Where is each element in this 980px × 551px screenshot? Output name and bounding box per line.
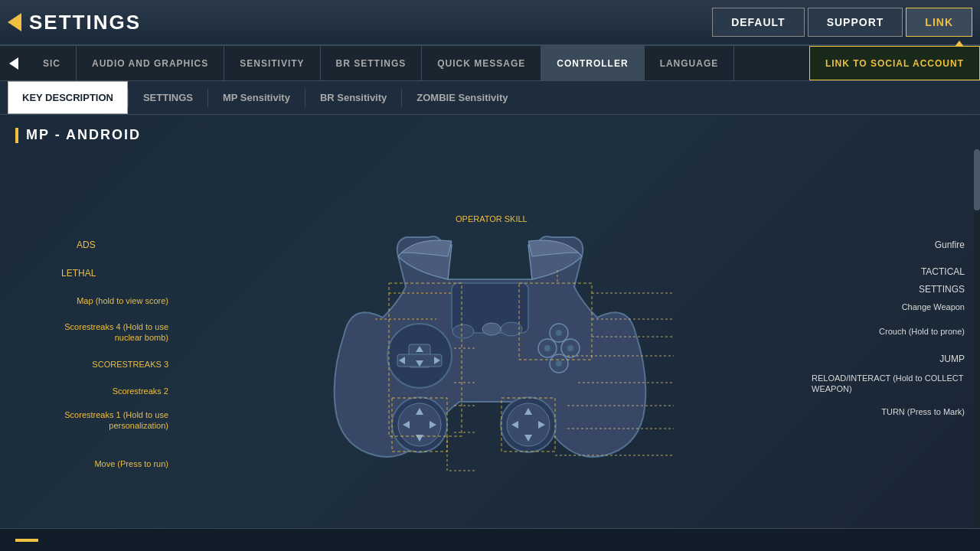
- nav-tabs: SIC AUDIO AND GRAPHICS SENSITIVITY BR SE…: [0, 46, 980, 81]
- main-content: MP - ANDROID ADS LETHAL Map (hold to vie…: [0, 115, 980, 551]
- sub-tab-key-description[interactable]: KEY DESCRIPTION: [8, 81, 128, 114]
- nav-tab-controller[interactable]: CONTROLLER: [541, 46, 644, 80]
- support-button[interactable]: SUPPORT: [808, 8, 903, 37]
- svg-point-28: [544, 345, 550, 351]
- diagram-area: ADS LETHAL Map (hold to view score) Scor…: [0, 149, 980, 540]
- label-scorestreaks3: SCORESTREAKS 3: [15, 360, 168, 369]
- sub-tab-zombie-sensitivity[interactable]: ZOMBIE Sensitivity: [402, 81, 522, 114]
- nav-tab-language[interactable]: LANGUAGE: [645, 46, 735, 80]
- section-title-bar: [15, 128, 18, 143]
- nav-tab-sensitivity[interactable]: SENSITIVITY: [224, 46, 320, 80]
- label-tactical: TACTICAL: [921, 266, 965, 277]
- label-crouch: Crouch (Hold to prone): [879, 327, 965, 336]
- label-scorestreaks2: Scorestreaks 2: [15, 386, 168, 396]
- label-turn: TURN (Press to Mark): [881, 407, 965, 416]
- sub-tab-br-sensitivity[interactable]: BR Sensitivity: [305, 81, 401, 114]
- nav-tab-audio[interactable]: AUDIO AND GRAPHICS: [77, 46, 224, 80]
- label-scorestreaks1: Scorestreaks 1 (Hold to usepersonalizati…: [15, 409, 168, 432]
- nav-tab-link-social[interactable]: LINK TO SOCIAL ACCOUNT: [809, 46, 980, 80]
- sub-tab-settings[interactable]: SETTINGS: [129, 81, 207, 114]
- sub-tabs: KEY DESCRIPTION SETTINGS MP Sensitivity …: [0, 81, 980, 115]
- controller-diagram: [306, 195, 674, 501]
- bottom-bar: [0, 528, 980, 551]
- label-scorestreaks4: Scorestreaks 4 (Hold to usenuclear bomb): [15, 321, 168, 344]
- back-button[interactable]: [8, 13, 21, 31]
- label-gunfire: Gunfire: [935, 240, 965, 250]
- svg-point-27: [556, 330, 562, 336]
- nav-back-button[interactable]: [0, 46, 28, 80]
- svg-point-20: [452, 324, 474, 338]
- bottom-indicator: [15, 539, 38, 542]
- nav-back-icon: [9, 57, 18, 70]
- svg-point-30: [556, 360, 562, 367]
- label-ads: ADS: [77, 240, 96, 250]
- svg-point-21: [482, 323, 501, 335]
- label-settings-btn: SETTINGS: [919, 284, 965, 295]
- label-map: Map (hold to view score): [15, 296, 168, 305]
- label-reload: RELOAD/INTERACT (Hold to COLLECT WEAPON): [812, 373, 965, 395]
- header-buttons: DEFAULT SUPPORT LINK: [712, 8, 972, 37]
- nav-tab-quick-message[interactable]: QUICK MESSAGE: [422, 46, 541, 80]
- link-button[interactable]: LINK: [906, 8, 972, 37]
- section-title: MP - ANDROID: [0, 115, 980, 149]
- label-lethal: LETHAL: [61, 268, 96, 279]
- scrollbar[interactable]: [974, 149, 980, 540]
- label-move: Move (Press to run): [15, 459, 168, 468]
- label-jump: JUMP: [939, 354, 965, 364]
- nav-tab-br-settings[interactable]: BR SETTINGS: [321, 46, 423, 80]
- header-bar: SETTINGS DEFAULT SUPPORT LINK: [0, 0, 980, 46]
- link-social-arrow-icon: [955, 41, 964, 47]
- page-title: SETTINGS: [29, 11, 712, 34]
- scrollbar-thumb[interactable]: [974, 149, 980, 210]
- label-change-weapon: Change Weapon: [902, 302, 965, 311]
- sub-tab-mp-sensitivity[interactable]: MP Sensitivity: [208, 81, 305, 114]
- nav-tab-sic[interactable]: SIC: [28, 46, 77, 80]
- default-button[interactable]: DEFAULT: [712, 8, 805, 37]
- back-arrow-icon: [8, 13, 21, 31]
- svg-point-29: [567, 345, 573, 351]
- controller-svg: [306, 195, 674, 486]
